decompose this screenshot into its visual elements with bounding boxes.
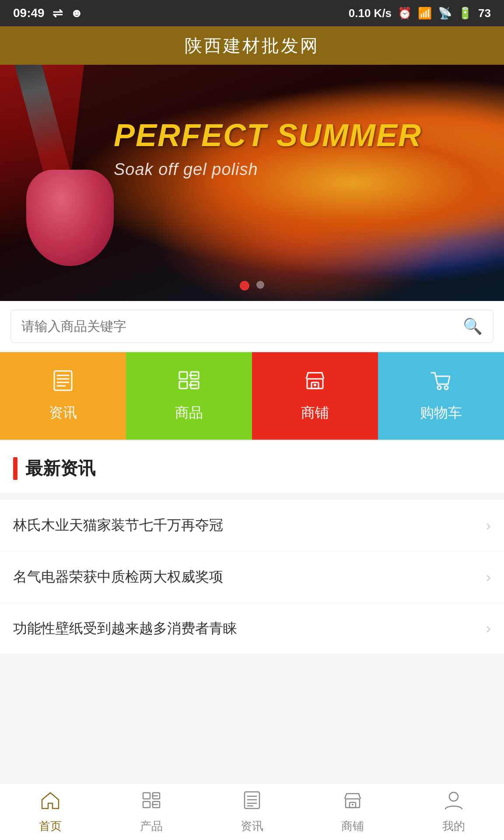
clock-icon: ⏰ bbox=[398, 7, 412, 20]
products-icon bbox=[178, 369, 200, 397]
person-icon: ☻ bbox=[70, 6, 83, 20]
svg-rect-7 bbox=[179, 382, 187, 388]
hero-banner[interactable]: PERFECT SUMMER Soak off gel polish bbox=[0, 65, 504, 301]
nav-item-news[interactable]: 资讯 bbox=[202, 784, 302, 840]
svg-point-15 bbox=[444, 386, 448, 389]
banner-indicators bbox=[240, 281, 264, 290]
status-right: 0.10 K/s ⏰ 📶 📡 🔋 73 bbox=[349, 7, 491, 20]
wifi-icon: 📶 bbox=[418, 7, 432, 20]
banner-subheadline: Soak off gel polish bbox=[114, 160, 486, 179]
news-item-2[interactable]: 名气电器荣获中质检两大权威奖项 › bbox=[0, 551, 504, 603]
usb-icon: ⇌ bbox=[52, 6, 63, 21]
category-item-products[interactable]: 商品 bbox=[126, 352, 252, 440]
category-item-news[interactable]: 资讯 bbox=[0, 352, 126, 440]
category-label-cart: 购物车 bbox=[420, 403, 462, 423]
search-input-wrap[interactable]: 🔍 bbox=[10, 310, 494, 343]
mine-nav-label: 我的 bbox=[442, 819, 465, 834]
svg-point-29 bbox=[352, 804, 354, 805]
svg-rect-0 bbox=[54, 371, 72, 390]
svg-point-14 bbox=[438, 386, 441, 389]
news-item-3-text: 功能性壁纸受到越来越多消费者青睐 bbox=[13, 619, 477, 638]
search-bar: 🔍 bbox=[0, 301, 504, 352]
svg-rect-5 bbox=[179, 372, 187, 379]
battery-icon: 🔋 bbox=[458, 7, 472, 20]
status-left: 09:49 ⇌ ☻ bbox=[13, 6, 83, 21]
banner-headline: PERFECT SUMMER bbox=[114, 117, 486, 153]
home-nav-icon bbox=[40, 790, 60, 815]
app-header: 陕西建材批发网 bbox=[0, 26, 504, 65]
banner-dot-1[interactable] bbox=[240, 281, 249, 290]
news-item-2-arrow: › bbox=[486, 568, 491, 585]
svg-point-13 bbox=[314, 384, 316, 386]
news-item-3[interactable]: 功能性壁纸受到越来越多消费者青睐 › bbox=[0, 603, 504, 654]
news-item-3-arrow: › bbox=[486, 620, 491, 637]
products-nav-label: 产品 bbox=[140, 819, 163, 834]
news-item-1-arrow: › bbox=[486, 517, 491, 534]
banner-text-area: PERFECT SUMMER Soak off gel polish bbox=[114, 117, 486, 179]
news-section-title: 最新资讯 bbox=[25, 456, 95, 480]
status-bar: 09:49 ⇌ ☻ 0.10 K/s ⏰ 📶 📡 🔋 73 bbox=[0, 0, 504, 26]
battery-level: 73 bbox=[478, 7, 491, 20]
store-nav-icon bbox=[343, 790, 363, 815]
signal-icon: 📡 bbox=[438, 7, 452, 20]
search-input[interactable] bbox=[21, 319, 463, 334]
nav-item-mine[interactable]: 我的 bbox=[403, 784, 504, 840]
news-item-1-text: 林氏木业天猫家装节七千万再夺冠 bbox=[13, 515, 477, 535]
category-label-products: 商品 bbox=[175, 403, 203, 423]
nav-item-products[interactable]: 产品 bbox=[101, 784, 201, 840]
network-speed: 0.10 K/s bbox=[349, 7, 392, 20]
bottom-nav: 首页 产品 资讯 bbox=[0, 783, 504, 840]
category-item-store[interactable]: 商铺 bbox=[252, 352, 378, 440]
svg-rect-16 bbox=[143, 793, 150, 799]
cart-icon bbox=[430, 369, 452, 397]
store-nav-label: 商铺 bbox=[341, 819, 364, 834]
svg-rect-27 bbox=[346, 799, 360, 808]
nav-item-store[interactable]: 商铺 bbox=[302, 784, 403, 840]
section-accent-bar bbox=[13, 457, 18, 480]
news-item-2-text: 名气电器荣获中质检两大权威奖项 bbox=[13, 567, 477, 587]
store-icon bbox=[304, 369, 326, 397]
news-nav-icon bbox=[242, 790, 262, 815]
svg-rect-18 bbox=[143, 802, 150, 808]
home-nav-label: 首页 bbox=[39, 819, 62, 834]
news-item-1[interactable]: 林氏木业天猫家装节七千万再夺冠 › bbox=[0, 500, 504, 551]
category-label-news: 资讯 bbox=[49, 403, 77, 423]
news-section-header: 最新资讯 bbox=[0, 441, 504, 493]
search-icon[interactable]: 🔍 bbox=[463, 317, 483, 336]
nav-item-home[interactable]: 首页 bbox=[0, 784, 101, 840]
status-time: 09:49 bbox=[13, 6, 45, 20]
svg-point-30 bbox=[449, 792, 458, 801]
banner-dot-2[interactable] bbox=[256, 281, 264, 289]
category-grid: 资讯 商品 商铺 bbox=[0, 352, 504, 440]
mine-nav-icon bbox=[444, 790, 464, 815]
banner-cap bbox=[26, 170, 114, 266]
news-nav-label: 资讯 bbox=[241, 819, 263, 834]
app-title: 陕西建材批发网 bbox=[185, 34, 319, 58]
news-icon bbox=[52, 369, 74, 397]
category-label-store: 商铺 bbox=[301, 403, 329, 423]
category-item-cart[interactable]: 购物车 bbox=[378, 352, 504, 440]
products-nav-icon bbox=[141, 790, 161, 815]
news-list: 林氏木业天猫家装节七千万再夺冠 › 名气电器荣获中质检两大权威奖项 › 功能性壁… bbox=[0, 500, 504, 654]
